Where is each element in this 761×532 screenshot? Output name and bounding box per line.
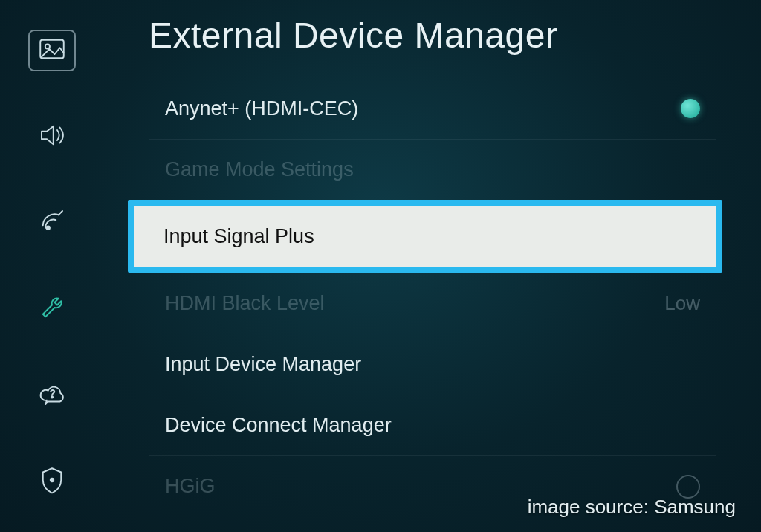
picture-icon: [36, 33, 68, 68]
toggle-on-icon[interactable]: [681, 99, 700, 118]
settings-screen: External Device Manager Anynet+ (HDMI-CE…: [0, 0, 761, 532]
row-hdmi-black-level: HDMI Black Level Low: [149, 273, 716, 334]
row-value: Low: [664, 292, 700, 315]
row-label: Game Mode Settings: [165, 158, 354, 181]
svg-point-3: [51, 396, 53, 398]
row-label: HGiG: [165, 475, 216, 498]
main-panel: External Device Manager Anynet+ (HDMI-CE…: [104, 0, 761, 532]
image-source-caption: image source: Samsung: [528, 496, 736, 519]
row-input-signal-plus[interactable]: Input Signal Plus: [128, 200, 722, 273]
sidebar-item-sound[interactable]: [28, 116, 76, 158]
row-device-connect-manager[interactable]: Device Connect Manager: [149, 395, 716, 455]
sidebar: [0, 0, 104, 532]
satellite-icon: [36, 206, 68, 240]
sidebar-item-general[interactable]: [28, 288, 76, 330]
svg-point-1: [45, 44, 50, 48]
cloud-question-icon: [36, 378, 68, 412]
row-label: HDMI Black Level: [165, 292, 325, 315]
row-label: Input Device Manager: [165, 353, 361, 376]
row-label: Anynet+ (HDMI-CEC): [165, 97, 358, 120]
svg-point-2: [47, 227, 50, 230]
sidebar-item-broadcast[interactable]: [28, 202, 76, 244]
shield-icon: [36, 464, 68, 499]
sidebar-item-support[interactable]: [28, 374, 76, 416]
row-label: Input Signal Plus: [163, 225, 314, 248]
page-title: External Device Manager: [149, 15, 731, 56]
row-input-device-manager[interactable]: Input Device Manager: [149, 334, 716, 395]
row-anynet[interactable]: Anynet+ (HDMI-CEC): [149, 78, 716, 139]
sidebar-item-privacy[interactable]: [28, 461, 76, 502]
toggle-off-icon: [676, 475, 700, 499]
row-game-mode: Game Mode Settings: [149, 139, 716, 200]
row-label: Device Connect Manager: [165, 414, 392, 437]
sidebar-item-picture[interactable]: [28, 30, 76, 71]
wrench-icon: [36, 292, 68, 326]
settings-list: Anynet+ (HDMI-CEC) Game Mode Settings In…: [149, 78, 716, 516]
svg-point-4: [51, 479, 54, 481]
speaker-icon: [36, 120, 68, 154]
